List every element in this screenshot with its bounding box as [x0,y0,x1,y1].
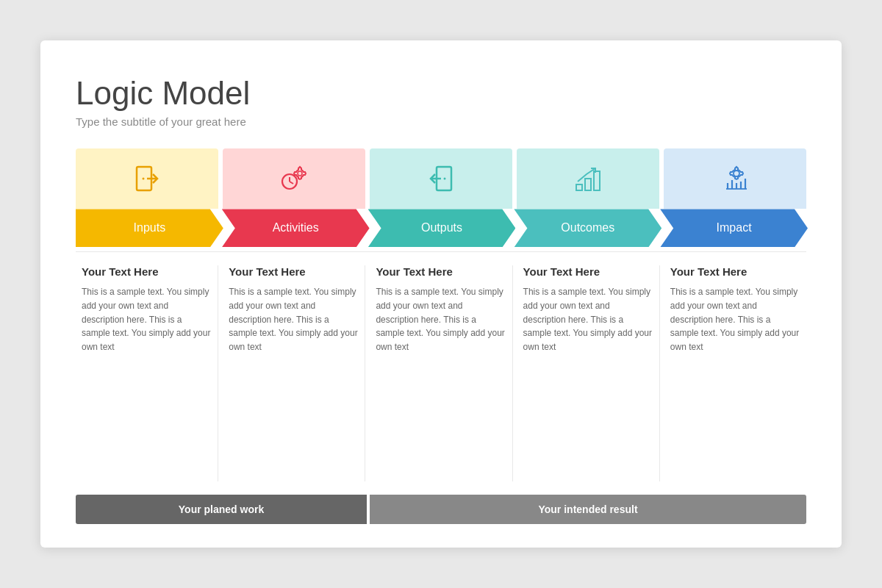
door-out-icon [423,161,459,196]
arrow-activities-label: Activities [273,221,319,234]
arrow-inputs: Inputs [76,209,223,247]
icon-row [76,148,806,209]
door-in-icon [129,161,165,196]
arrow-outputs: Outputs [368,209,516,247]
icon-cell-activities [223,148,365,209]
main-title: Logic Model [76,76,806,111]
col-body-outcomes: This is a sample text. You simply add yo… [523,285,653,354]
svg-point-13 [734,171,739,176]
gear-chart-icon [717,161,753,196]
arrow-outcomes-label: Outcomes [561,221,614,234]
icon-cell-outcomes [517,148,659,209]
text-col-inputs: Your Text Here This is a sample text. Yo… [76,265,218,481]
footer-planned-work: Your planed work [76,495,367,524]
icon-cell-inputs [76,148,218,209]
col-body-activities: This is a sample text. You simply add yo… [229,285,359,354]
svg-rect-12 [594,171,600,190]
text-col-impact: Your Text Here This is a sample text. Yo… [664,265,806,481]
footer-row: Your planed work Your intended result [76,495,806,524]
chart-up-icon [570,161,606,196]
subtitle: Type the subtitle of your great here [76,115,806,128]
col-heading-activities: Your Text Here [229,265,359,278]
col-heading-impact: Your Text Here [670,265,800,278]
svg-rect-10 [576,184,582,190]
svg-point-9 [444,178,446,180]
arrow-impact: Impact [660,209,808,247]
text-col-activities: Your Text Here This is a sample text. Yo… [223,265,365,481]
arrow-activities: Activities [222,209,370,247]
col-body-outputs: This is a sample text. You simply add yo… [376,285,506,354]
svg-point-2 [143,178,145,180]
text-row: Your Text Here This is a sample text. Yo… [76,251,806,481]
text-col-outputs: Your Text Here This is a sample text. Yo… [370,265,512,481]
col-body-impact: This is a sample text. You simply add yo… [670,285,800,354]
col-heading-outcomes: Your Text Here [523,265,653,278]
svg-rect-11 [585,179,591,190]
arrow-inputs-label: Inputs [134,221,166,234]
arrow-row: Inputs Activities Outputs Outcomes Impac… [76,209,806,247]
col-heading-outputs: Your Text Here [376,265,506,278]
footer-intended-result: Your intended result [370,495,806,524]
slide: Logic Model Type the subtitle of your gr… [40,40,842,548]
arrow-outcomes: Outcomes [514,209,662,247]
arrow-outputs-label: Outputs [421,221,462,234]
text-col-outcomes: Your Text Here This is a sample text. Yo… [517,265,660,481]
col-heading-inputs: Your Text Here [82,265,212,278]
svg-point-6 [298,171,302,176]
icon-cell-outputs [370,148,512,209]
gear-clock-icon [276,161,312,196]
col-body-inputs: This is a sample text. You simply add yo… [82,285,212,354]
icon-cell-impact [664,148,806,209]
slide-header: Logic Model Type the subtitle of your gr… [76,76,806,128]
svg-line-5 [290,182,293,184]
arrow-impact-label: Impact [717,221,752,234]
content-area: Inputs Activities Outputs Outcomes Impac… [76,148,806,524]
